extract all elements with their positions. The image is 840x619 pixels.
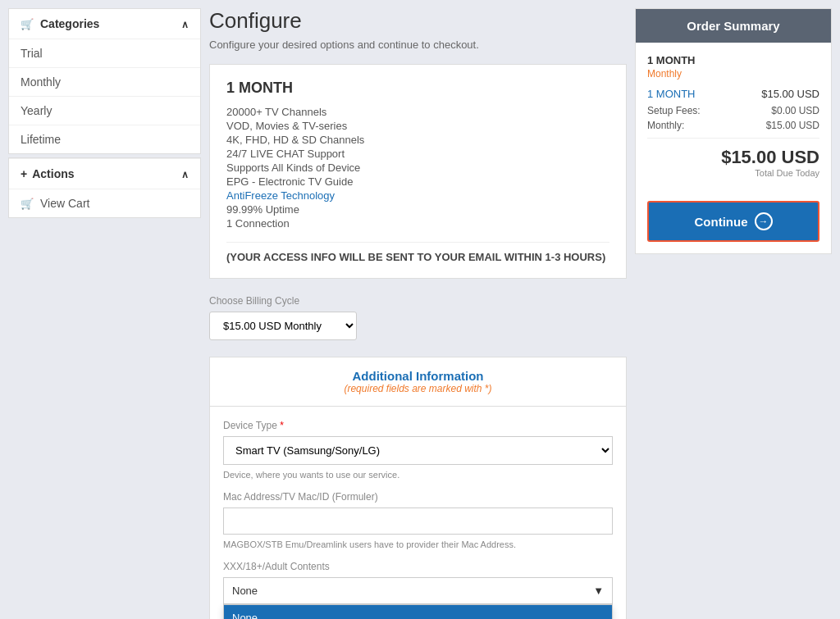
- sidebar-item-lifetime[interactable]: Lifetime: [9, 125, 200, 153]
- feature-5: Supports All Kinds of Device: [226, 161, 609, 175]
- adult-option-none[interactable]: None: [224, 605, 612, 619]
- additional-info-section: Additional Information (required fields …: [209, 357, 627, 619]
- sidebar-categories-header[interactable]: Categories: [9, 9, 200, 39]
- product-notice: (YOUR ACCESS INFO WILL BE SENT TO YOUR E…: [226, 242, 609, 263]
- page-subtitle: Configure your desired options and conti…: [209, 39, 627, 51]
- order-line-value: $15.00 USD: [761, 88, 819, 100]
- chevron-up-icon-actions: [181, 167, 189, 180]
- order-setup-fees: Setup Fees: $0.00 USD: [647, 105, 819, 116]
- continue-label: Continue: [695, 215, 748, 229]
- sidebar-item-monthly[interactable]: Monthly: [9, 67, 200, 96]
- mac-address-hint: MAGBOX/STB Emu/Dreamlink users have to p…: [223, 539, 613, 549]
- order-monthly-fee: Monthly: $15.00 USD: [647, 120, 819, 131]
- sidebar-view-cart[interactable]: View Cart: [9, 189, 200, 217]
- sidebar-trial-label: Trial: [21, 47, 43, 60]
- sidebar-actions-label: Actions: [32, 167, 74, 180]
- product-name: 1 MONTH: [226, 80, 609, 97]
- continue-arrow-icon: →: [755, 212, 773, 230]
- setup-fees-label: Setup Fees:: [647, 105, 701, 116]
- sidebar-monthly-label: Monthly: [21, 75, 61, 89]
- order-total-amount: $15.00 USD: [647, 147, 819, 168]
- sidebar-yearly-label: Yearly: [21, 104, 52, 117]
- setup-fees-value: $0.00 USD: [771, 105, 819, 116]
- billing-cycle-select[interactable]: $15.00 USD Monthly: [209, 312, 357, 340]
- additional-info-body: Device Type * Smart TV (Samsung/Sony/LG)…: [210, 407, 626, 619]
- monthly-value: $15.00 USD: [766, 120, 819, 131]
- order-product-line: 1 MONTH $15.00 USD: [647, 88, 819, 100]
- billing-cycle-section: Choose Billing Cycle $15.00 USD Monthly: [209, 295, 627, 340]
- billing-cycle-label: Choose Billing Cycle: [209, 295, 627, 307]
- feature-6: EPG - Electronic TV Guide: [226, 175, 609, 189]
- cart-icon: [21, 17, 34, 30]
- adult-contents-wrapper: None I want to have I don't want to have…: [223, 577, 613, 604]
- adult-contents-display[interactable]: None ▼: [223, 577, 613, 604]
- order-line-label: 1 MONTH: [647, 88, 696, 100]
- plus-icon: [21, 167, 27, 180]
- cart-icon-small: [21, 197, 34, 210]
- mac-address-label: Mac Address/TV Mac/ID (Formuler): [223, 491, 613, 503]
- adult-contents-value: None: [232, 585, 258, 597]
- order-billing-cycle: Monthly: [647, 68, 819, 80]
- order-summary-header: Order Summary: [636, 9, 831, 43]
- sidebar-categories-label: Categories: [40, 17, 99, 30]
- feature-3: 4K, FHD, HD & SD Channels: [226, 133, 609, 147]
- feature-9: 1 Connection: [226, 216, 609, 230]
- product-card: 1 MONTH 20000+ TV Channels VOD, Movies &…: [209, 64, 627, 279]
- feature-7: AntiFreeze Technology: [226, 189, 609, 203]
- monthly-label: Monthly:: [647, 120, 684, 131]
- order-product-name: 1 MONTH: [647, 54, 819, 66]
- sidebar-actions-header[interactable]: Actions: [9, 158, 200, 189]
- adult-contents-chevron: ▼: [593, 585, 604, 597]
- continue-button[interactable]: Continue →: [647, 201, 819, 242]
- main-content: Configure Configure your desired options…: [209, 8, 627, 619]
- order-summary-body: 1 MONTH Monthly 1 MONTH $15.00 USD Setup…: [636, 43, 831, 189]
- feature-1: 20000+ TV Channels: [226, 105, 609, 119]
- additional-info-title: Additional Information: [221, 369, 614, 383]
- sidebar-item-yearly[interactable]: Yearly: [9, 96, 200, 125]
- device-type-select[interactable]: Smart TV (Samsung/Sony/LG) Android Devic…: [223, 436, 613, 465]
- additional-info-header: Additional Information (required fields …: [210, 357, 626, 407]
- device-type-label: Device Type *: [223, 420, 613, 431]
- device-type-hint: Device, where you wants to use our servi…: [223, 470, 613, 480]
- device-type-required: *: [280, 420, 284, 431]
- page-title: Configure: [209, 8, 627, 34]
- feature-2: VOD, Movies & TV-series: [226, 119, 609, 133]
- sidebar-categories-section: Categories Trial Monthly Yearly Lifetime: [8, 8, 201, 154]
- sidebar-actions-section: Actions View Cart: [8, 157, 201, 218]
- adult-contents-label: XXX/18+/Adult Contents: [223, 561, 613, 572]
- adult-contents-dropdown: None I want to have I don't want to have: [223, 604, 613, 619]
- view-cart-label: View Cart: [40, 197, 89, 210]
- sidebar: Categories Trial Monthly Yearly Lifetime: [8, 8, 201, 619]
- additional-info-subtitle: (required fields are marked with *): [221, 383, 614, 394]
- right-panel: Order Summary 1 MONTH Monthly 1 MONTH $1…: [635, 8, 832, 619]
- feature-4: 24/7 LIVE CHAT Support: [226, 147, 609, 161]
- order-total: $15.00 USD Total Due Today: [647, 138, 819, 178]
- feature-8: 99.99% Uptime: [226, 203, 609, 216]
- order-total-due-label: Total Due Today: [647, 168, 819, 178]
- product-features-list: 20000+ TV Channels VOD, Movies & TV-seri…: [226, 105, 609, 230]
- mac-address-input[interactable]: [223, 507, 613, 535]
- chevron-up-icon: [181, 17, 189, 30]
- order-summary: Order Summary 1 MONTH Monthly 1 MONTH $1…: [635, 8, 832, 254]
- sidebar-item-trial[interactable]: Trial: [9, 39, 200, 67]
- sidebar-lifetime-label: Lifetime: [21, 133, 61, 146]
